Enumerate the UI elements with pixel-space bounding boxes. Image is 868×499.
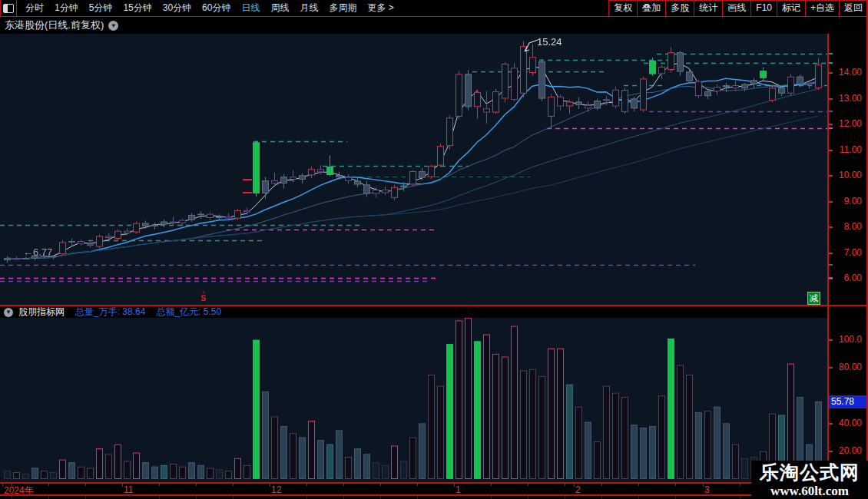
week-tick bbox=[565, 484, 565, 486]
week-tick bbox=[48, 496, 49, 498]
month-label: 3 bbox=[704, 484, 710, 495]
toolbar-button-画线[interactable]: 画线 bbox=[723, 1, 751, 16]
month-label: 12 bbox=[271, 484, 281, 495]
indicator-name: 股朋指标网 bbox=[18, 306, 65, 319]
week-tick bbox=[528, 496, 528, 498]
price-axis-label: 8.00 bbox=[844, 221, 862, 232]
toolbar-button-统计[interactable]: 统计 bbox=[694, 1, 723, 16]
price-axis-label: 7.00 bbox=[844, 247, 862, 258]
volume-chart[interactable] bbox=[0, 318, 827, 482]
tab-15分钟[interactable]: 15分钟 bbox=[118, 0, 157, 16]
sell-signal-marker: ▵ S bbox=[198, 289, 209, 302]
toolbar-button-叠加[interactable]: 叠加 bbox=[638, 1, 666, 16]
month-tick bbox=[454, 484, 455, 487]
total-volume-stat: 总量_万手: 38.64 bbox=[75, 306, 145, 319]
price-axis-label: 10.00 bbox=[839, 170, 862, 180]
week-tick bbox=[343, 484, 344, 486]
week-tick bbox=[601, 496, 602, 498]
reduce-badge: 减 bbox=[807, 292, 820, 305]
stock-title: 东港股份(日线.前复权) bbox=[5, 18, 104, 32]
toolbar-button-返回[interactable]: 返回 bbox=[840, 1, 868, 16]
week-tick bbox=[48, 484, 49, 486]
top-toolbar: 分时1分钟5分钟15分钟30分钟60分钟日线周线月线多周期更多 > 复权叠加多股… bbox=[0, 0, 868, 17]
week-tick bbox=[12, 496, 12, 498]
month-label: 2 bbox=[575, 484, 581, 495]
week-tick bbox=[491, 484, 492, 486]
price-axis-label: 11.00 bbox=[840, 144, 862, 155]
tab-更多 >[interactable]: 更多 > bbox=[362, 0, 399, 16]
next-pane-sliver bbox=[0, 496, 868, 499]
month-tick bbox=[122, 484, 123, 487]
price-axis-label: 12.00 bbox=[839, 118, 862, 129]
week-tick bbox=[12, 484, 12, 486]
chevron-down-icon[interactable]: ▼ bbox=[108, 21, 118, 31]
week-tick bbox=[675, 484, 676, 486]
tab-1分钟[interactable]: 1分钟 bbox=[49, 0, 84, 16]
tab-多周期[interactable]: 多周期 bbox=[323, 0, 362, 16]
week-tick bbox=[380, 484, 381, 486]
sell-label: S bbox=[198, 294, 209, 302]
chevron-down-icon[interactable]: ▼ bbox=[4, 308, 13, 317]
price-axis-label: 13.00 bbox=[839, 93, 862, 104]
week-tick bbox=[85, 484, 86, 486]
volume-axis-label: 20.00 bbox=[839, 445, 862, 456]
level-axis-mark bbox=[829, 264, 833, 266]
week-tick bbox=[740, 496, 740, 498]
level-axis-mark bbox=[829, 127, 833, 129]
tab-分时[interactable]: 分时 bbox=[20, 0, 49, 16]
peak-price-annotation: 15.24 bbox=[537, 36, 562, 48]
indicator-panel-header: ▼ 股朋指标网 总量_万手: 38.64 总额_亿元: 5.50 bbox=[0, 306, 868, 318]
week-tick bbox=[306, 496, 307, 498]
toolbar-button-标记[interactable]: 标记 bbox=[777, 1, 806, 16]
week-tick bbox=[196, 484, 197, 486]
level-axis-mark bbox=[829, 62, 833, 64]
price-axis-label: 9.00 bbox=[844, 196, 862, 207]
tab-30分钟[interactable]: 30分钟 bbox=[157, 0, 197, 16]
week-tick bbox=[638, 484, 639, 486]
watermark: 乐淘公式网 www.60lt.com bbox=[751, 461, 868, 499]
week-tick bbox=[159, 484, 160, 486]
candlestick-chart[interactable] bbox=[0, 34, 827, 305]
watermark-url: www.60lt.com bbox=[751, 484, 868, 497]
price-axis-label: 6.00 bbox=[844, 273, 862, 283]
week-tick bbox=[491, 496, 492, 498]
panel-toggle-icon bbox=[3, 4, 14, 13]
volume-canvas[interactable] bbox=[0, 318, 827, 482]
toolbar-button-多股[interactable]: 多股 bbox=[666, 1, 694, 16]
level-axis-mark bbox=[829, 53, 833, 55]
week-tick bbox=[85, 496, 86, 498]
toolbar-button-F10[interactable]: F10 bbox=[751, 1, 777, 16]
week-tick bbox=[380, 496, 381, 498]
price-axis-tick bbox=[829, 226, 833, 228]
week-tick bbox=[638, 496, 639, 498]
week-tick bbox=[233, 496, 234, 498]
week-tick bbox=[159, 496, 160, 498]
month-tick bbox=[2, 484, 3, 487]
tab-周线[interactable]: 周线 bbox=[265, 0, 294, 16]
week-tick bbox=[565, 496, 565, 498]
toolbar-button-复权[interactable]: 复权 bbox=[609, 1, 638, 16]
price-axis: 14.0013.0012.0011.0010.009.008.007.006.0… bbox=[829, 34, 866, 305]
toolbar-right-buttons: 复权叠加多股统计画线F10标记+自选返回 bbox=[608, 0, 868, 16]
candlestick-canvas[interactable] bbox=[0, 34, 827, 305]
volume-axis-tick bbox=[829, 339, 833, 341]
month-label: 1 bbox=[456, 484, 461, 495]
week-tick bbox=[233, 484, 234, 486]
low-price-annotation: ←6.77 bbox=[23, 246, 52, 258]
price-axis-tick bbox=[829, 201, 833, 203]
price-axis-tick bbox=[829, 150, 833, 151]
tab-5分钟[interactable]: 5分钟 bbox=[84, 0, 118, 16]
price-axis-tick bbox=[829, 98, 833, 100]
week-tick bbox=[601, 484, 602, 486]
tab-月线[interactable]: 月线 bbox=[294, 0, 323, 16]
tab-日线[interactable]: 日线 bbox=[236, 0, 265, 16]
volume-axis-label: 40.00 bbox=[839, 418, 862, 428]
toolbar-button-+自选[interactable]: +自选 bbox=[806, 1, 840, 16]
volume-axis: 55.78 100.080.0040.0020.00 bbox=[829, 318, 866, 482]
period-tabs: 分时1分钟5分钟15分钟30分钟60分钟日线周线月线多周期更多 > bbox=[20, 0, 399, 16]
tab-60分钟[interactable]: 60分钟 bbox=[197, 0, 236, 16]
window-panel-icon[interactable] bbox=[1, 0, 17, 16]
week-tick bbox=[196, 496, 197, 498]
volume-axis-label: 80.00 bbox=[839, 362, 862, 372]
level-axis-mark bbox=[829, 111, 833, 112]
